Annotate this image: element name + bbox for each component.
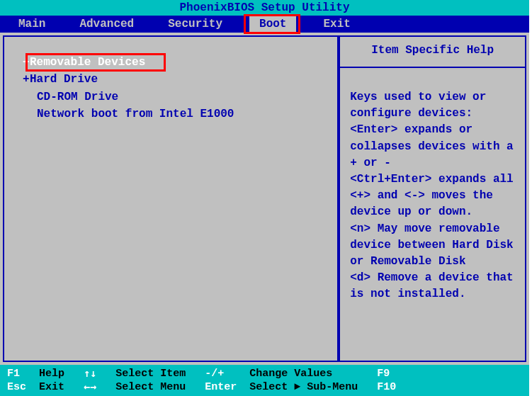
boot-order-panel: +Removable Devices +Hard Drive CD-ROM Dr… [3, 35, 339, 362]
label-select-menu: Select Menu [115, 380, 186, 395]
content-area: +Removable Devices +Hard Drive CD-ROM Dr… [0, 33, 529, 365]
menu-boot[interactable]: Boot [249, 16, 296, 32]
menu-main[interactable]: Main [11, 16, 52, 32]
label-select-submenu: Select ► Sub-Menu [249, 380, 358, 395]
boot-item-label: CD-ROM Drive [37, 91, 118, 103]
key-f9: F9 [377, 367, 390, 381]
bios-screen: PhoenixBIOS Setup Utility Main Advanced … [0, 0, 529, 396]
title-bar: PhoenixBIOS Setup Utility [0, 0, 529, 16]
key-f10: F10 [377, 380, 396, 395]
menu-security[interactable]: Security [161, 16, 230, 32]
boot-item-label: Hard Drive [30, 73, 98, 86]
menu-advanced[interactable]: Advanced [72, 16, 141, 32]
key-f1: F1 [7, 367, 20, 381]
boot-item-network[interactable]: Network boot from Intel E1000 [27, 106, 332, 123]
label-exit: Exit [39, 380, 64, 395]
footer-row-1: F1 Help ↑↓ Select Item -/+ Change Values… [7, 367, 522, 381]
help-title: Item Specific Help [340, 37, 525, 68]
boot-item-cdrom[interactable]: CD-ROM Drive [27, 89, 332, 106]
help-body: Keys used to view or configure devices: … [340, 68, 525, 310]
key-esc: Esc [7, 380, 26, 395]
label-change-values: Change Values [249, 367, 332, 381]
expand-icon: + [23, 55, 30, 70]
boot-item-label: Network boot from Intel E1000 [37, 108, 234, 120]
expand-icon: + [23, 72, 30, 87]
label-select-item: Select Item [115, 367, 186, 381]
footer-bar: F1 Help ↑↓ Select Item -/+ Change Values… [0, 365, 529, 396]
boot-list: +Removable Devices +Hard Drive CD-ROM Dr… [27, 54, 332, 123]
key-plusminus: -/+ [205, 367, 224, 381]
key-updown: ↑↓ [84, 367, 96, 381]
menu-bar: Main Advanced Security Boot Exit [0, 16, 529, 33]
key-leftright: ←→ [84, 380, 96, 395]
boot-item-label: Removable Devices [30, 56, 145, 69]
key-enter: Enter [205, 380, 237, 395]
boot-item-harddrive[interactable]: +Hard Drive [27, 71, 332, 88]
help-panel: Item Specific Help Keys used to view or … [339, 35, 526, 362]
label-help: Help [39, 367, 64, 381]
app-title: PhoenixBIOS Setup Utility [179, 1, 349, 14]
footer-row-2: Esc Exit ←→ Select Menu Enter Select ► S… [7, 380, 522, 395]
menu-exit[interactable]: Exit [316, 16, 357, 32]
boot-item-removable[interactable]: +Removable Devices [27, 54, 332, 71]
